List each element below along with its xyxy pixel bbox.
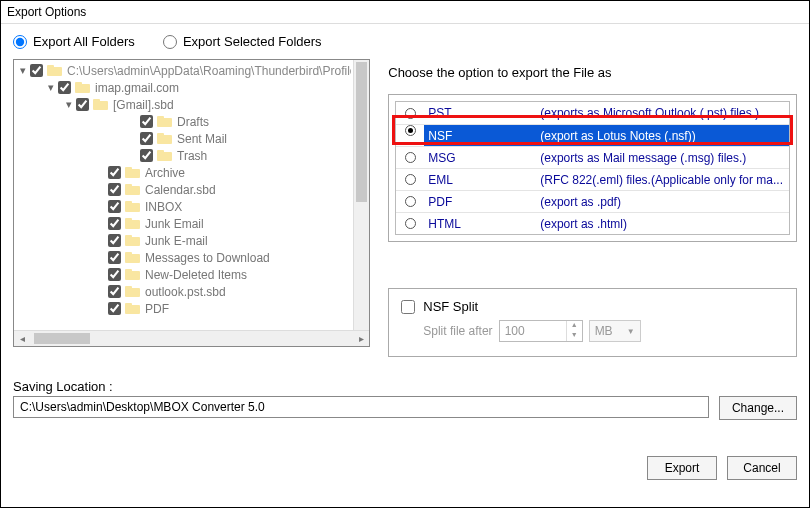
scroll-left-icon[interactable]: ◂ bbox=[14, 331, 30, 347]
tree-item[interactable]: outlook.pst.sbd bbox=[16, 283, 351, 300]
tree-checkbox[interactable] bbox=[108, 285, 121, 298]
folder-icon bbox=[125, 183, 141, 196]
folder-icon bbox=[93, 98, 109, 111]
tree-item[interactable]: ▾ imap.gmail.com bbox=[16, 79, 351, 96]
tree-label: INBOX bbox=[145, 200, 182, 214]
scope-radio-group: Export All Folders Export Selected Folde… bbox=[13, 34, 797, 49]
tree-checkbox[interactable] bbox=[108, 183, 121, 196]
folder-icon bbox=[125, 285, 141, 298]
tree-item[interactable]: Trash bbox=[16, 147, 351, 164]
radio-export-all-input[interactable] bbox=[13, 35, 27, 49]
folder-icon bbox=[47, 64, 63, 77]
tree-label: imap.gmail.com bbox=[95, 81, 179, 95]
folder-tree[interactable]: ▾ C:\Users\admin\AppData\Roaming\Thunder… bbox=[13, 59, 370, 347]
split-after-label: Split file after bbox=[423, 324, 492, 338]
format-name: MSG bbox=[424, 151, 540, 165]
tree-item[interactable]: Archive bbox=[16, 164, 351, 181]
folder-icon bbox=[125, 200, 141, 213]
format-desc: (export as Lotus Notes (.nsf)) bbox=[540, 129, 789, 143]
tree-item[interactable]: Sent Mail bbox=[16, 130, 351, 147]
folder-icon bbox=[157, 115, 173, 128]
folder-icon bbox=[125, 268, 141, 281]
radio-export-all[interactable]: Export All Folders bbox=[13, 34, 135, 49]
spinner[interactable]: ▲ ▼ bbox=[566, 321, 582, 341]
horizontal-scrollbar[interactable]: ◂ ▸ bbox=[14, 330, 369, 346]
format-desc: (export as .pdf) bbox=[540, 195, 789, 209]
tree-label: Sent Mail bbox=[177, 132, 227, 146]
format-option-pdf[interactable]: PDF (export as .pdf) bbox=[396, 190, 789, 212]
tree-label: Drafts bbox=[177, 115, 209, 129]
tree-label: Junk Email bbox=[145, 217, 204, 231]
tree-item[interactable]: Drafts bbox=[16, 113, 351, 130]
tree-item[interactable]: Calendar.sbd bbox=[16, 181, 351, 198]
tree-checkbox[interactable] bbox=[108, 217, 121, 230]
radio-icon[interactable] bbox=[405, 152, 416, 163]
tree-item[interactable]: INBOX bbox=[16, 198, 351, 215]
tree-item[interactable]: PDF bbox=[16, 300, 351, 317]
split-unit-dropdown[interactable]: MB ▼ bbox=[589, 320, 641, 342]
format-name: PST bbox=[424, 106, 540, 120]
folder-icon bbox=[157, 132, 173, 145]
change-button[interactable]: Change... bbox=[719, 396, 797, 420]
vertical-scrollbar[interactable] bbox=[353, 60, 369, 330]
tree-root[interactable]: ▾ C:\Users\admin\AppData\Roaming\Thunder… bbox=[16, 62, 351, 79]
spinner-up-icon[interactable]: ▲ bbox=[566, 321, 582, 331]
cancel-button[interactable]: Cancel bbox=[727, 456, 797, 480]
split-size-input[interactable]: 100 ▲ ▼ bbox=[499, 320, 583, 342]
tree-checkbox[interactable] bbox=[76, 98, 89, 111]
radio-icon[interactable] bbox=[405, 196, 416, 207]
split-checkbox[interactable] bbox=[401, 300, 415, 314]
format-option-html[interactable]: HTML (export as .html) bbox=[396, 212, 789, 234]
tree-checkbox[interactable] bbox=[108, 166, 121, 179]
spinner-down-icon[interactable]: ▼ bbox=[566, 331, 582, 341]
tree-label: Trash bbox=[177, 149, 207, 163]
tree-label: Archive bbox=[145, 166, 185, 180]
collapse-icon[interactable]: ▾ bbox=[64, 98, 74, 111]
tree-checkbox[interactable] bbox=[108, 251, 121, 264]
radio-export-all-label: Export All Folders bbox=[33, 34, 135, 49]
tree-checkbox[interactable] bbox=[140, 149, 153, 162]
tree-item[interactable]: New-Deleted Items bbox=[16, 266, 351, 283]
tree-item[interactable]: ▾ [Gmail].sbd bbox=[16, 96, 351, 113]
tree-checkbox[interactable] bbox=[30, 64, 43, 77]
radio-icon[interactable] bbox=[405, 125, 416, 136]
collapse-icon[interactable]: ▾ bbox=[18, 64, 28, 77]
tree-label: Messages to Download bbox=[145, 251, 270, 265]
radio-export-selected[interactable]: Export Selected Folders bbox=[163, 34, 322, 49]
tree-checkbox[interactable] bbox=[140, 115, 153, 128]
format-desc: (export as .html) bbox=[540, 217, 789, 231]
folder-icon bbox=[75, 81, 91, 94]
tree-checkbox[interactable] bbox=[108, 200, 121, 213]
scroll-right-icon[interactable]: ▸ bbox=[353, 331, 369, 347]
export-button[interactable]: Export bbox=[647, 456, 717, 480]
scrollbar-thumb[interactable] bbox=[356, 62, 367, 202]
format-option-pst[interactable]: PST (exports as Microsoft Outlook (.pst)… bbox=[396, 102, 789, 124]
tree-item[interactable]: Messages to Download bbox=[16, 249, 351, 266]
collapse-icon[interactable]: ▾ bbox=[46, 81, 56, 94]
format-option-msg[interactable]: MSG (exports as Mail message (.msg) file… bbox=[396, 146, 789, 168]
tree-item[interactable]: Junk Email bbox=[16, 215, 351, 232]
format-desc: (exports as Mail message (.msg) files.) bbox=[540, 151, 789, 165]
radio-icon[interactable] bbox=[405, 174, 416, 185]
tree-item[interactable]: Junk E-mail bbox=[16, 232, 351, 249]
format-name: EML bbox=[424, 173, 540, 187]
tree-checkbox[interactable] bbox=[108, 234, 121, 247]
radio-icon[interactable] bbox=[405, 108, 416, 119]
split-panel: NSF Split Split file after 100 ▲ ▼ MB ▼ bbox=[388, 288, 797, 357]
radio-export-selected-input[interactable] bbox=[163, 35, 177, 49]
tree-checkbox[interactable] bbox=[108, 302, 121, 315]
format-label: Choose the option to export the File as bbox=[388, 65, 797, 80]
tree-checkbox[interactable] bbox=[58, 81, 71, 94]
tree-checkbox[interactable] bbox=[140, 132, 153, 145]
format-option-eml[interactable]: EML (RFC 822(.eml) files.(Applicable onl… bbox=[396, 168, 789, 190]
tree-label: Junk E-mail bbox=[145, 234, 208, 248]
scrollbar-thumb[interactable] bbox=[34, 333, 90, 344]
saving-location-input[interactable]: C:\Users\admin\Desktop\MBOX Converter 5.… bbox=[13, 396, 709, 418]
format-desc: (RFC 822(.eml) files.(Applicable only fo… bbox=[540, 173, 789, 187]
format-option-nsf[interactable]: NSF (export as Lotus Notes (.nsf)) bbox=[396, 124, 789, 146]
radio-icon[interactable] bbox=[405, 218, 416, 229]
chevron-down-icon: ▼ bbox=[627, 327, 635, 336]
format-name: PDF bbox=[424, 195, 540, 209]
folder-icon bbox=[125, 166, 141, 179]
tree-checkbox[interactable] bbox=[108, 268, 121, 281]
